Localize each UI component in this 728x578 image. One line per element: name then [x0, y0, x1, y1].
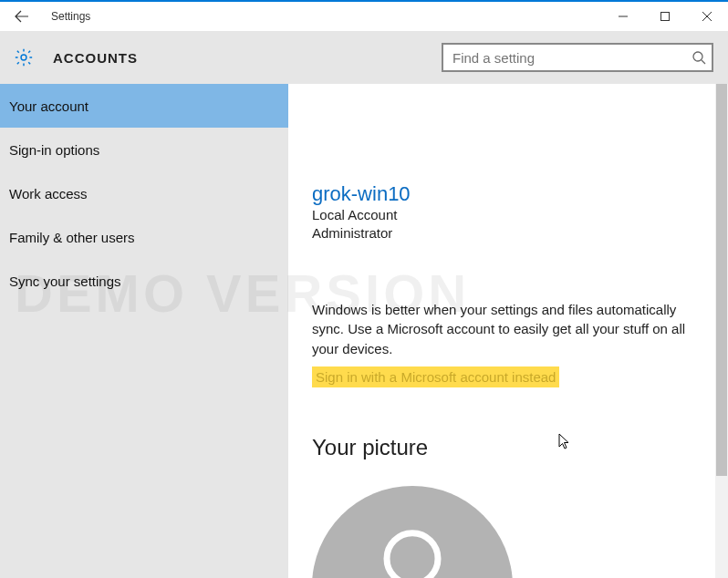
page-section-title: ACCOUNTS — [53, 50, 138, 66]
account-username: grok-win10 — [312, 182, 692, 206]
sidebar: Your account Sign-in options Work access… — [0, 84, 288, 578]
search-container — [442, 43, 713, 72]
sidebar-item-work-access[interactable]: Work access — [0, 171, 288, 215]
header: ACCOUNTS — [0, 31, 728, 84]
scroll-thumb[interactable] — [716, 84, 727, 476]
sidebar-item-label: Sign-in options — [9, 142, 99, 158]
back-button[interactable] — [0, 2, 44, 31]
maximize-button[interactable] — [644, 2, 686, 31]
search-icon — [692, 50, 706, 68]
window-controls — [602, 2, 728, 31]
minimize-button[interactable] — [602, 2, 644, 31]
sidebar-item-signin-options[interactable]: Sign-in options — [0, 128, 288, 171]
title-bar: Settings — [0, 2, 728, 31]
close-button[interactable] — [686, 2, 728, 31]
sidebar-item-family-users[interactable]: Family & other users — [0, 215, 288, 259]
sidebar-item-label: Work access — [9, 186, 88, 201]
your-picture-heading: Your picture — [312, 435, 692, 460]
sidebar-item-sync-settings[interactable]: Sync your settings — [0, 259, 288, 303]
svg-rect-1 — [661, 13, 670, 21]
sidebar-item-label: Family & other users — [9, 230, 135, 245]
scrollbar[interactable] — [715, 84, 728, 578]
signin-microsoft-link[interactable]: Sign in with a Microsoft account instead — [312, 366, 559, 387]
sidebar-item-label: Your account — [9, 98, 88, 114]
svg-point-5 — [693, 52, 702, 61]
svg-point-7 — [387, 532, 438, 578]
svg-point-4 — [21, 55, 26, 60]
avatar — [312, 486, 513, 578]
sidebar-item-your-account[interactable]: Your account — [0, 84, 288, 128]
search-input[interactable] — [442, 43, 713, 72]
content-area: grok-win10 Local Account Administrator W… — [288, 84, 728, 578]
account-type: Local Account — [312, 206, 692, 224]
gear-icon — [11, 45, 36, 70]
svg-line-6 — [702, 60, 705, 64]
window-title: Settings — [44, 10, 90, 23]
account-role: Administrator — [312, 224, 692, 243]
sync-description: Windows is better when your settings and… — [312, 300, 692, 359]
sidebar-item-label: Sync your settings — [9, 274, 121, 289]
